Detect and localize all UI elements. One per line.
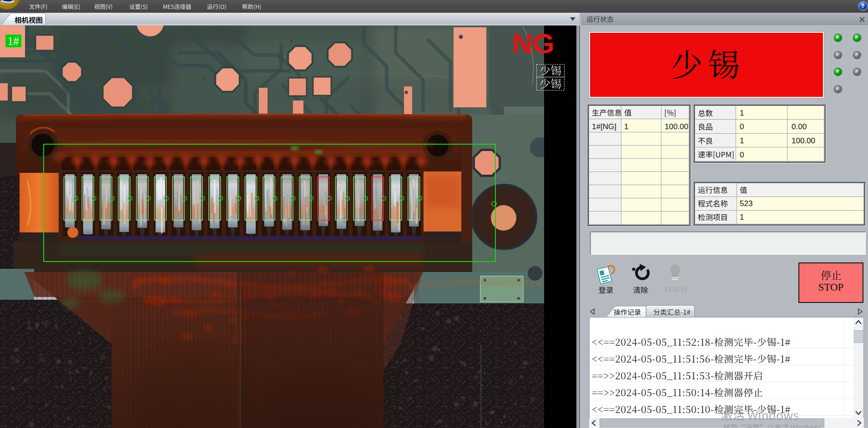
svg-text:1#: 1# — [8, 35, 20, 47]
